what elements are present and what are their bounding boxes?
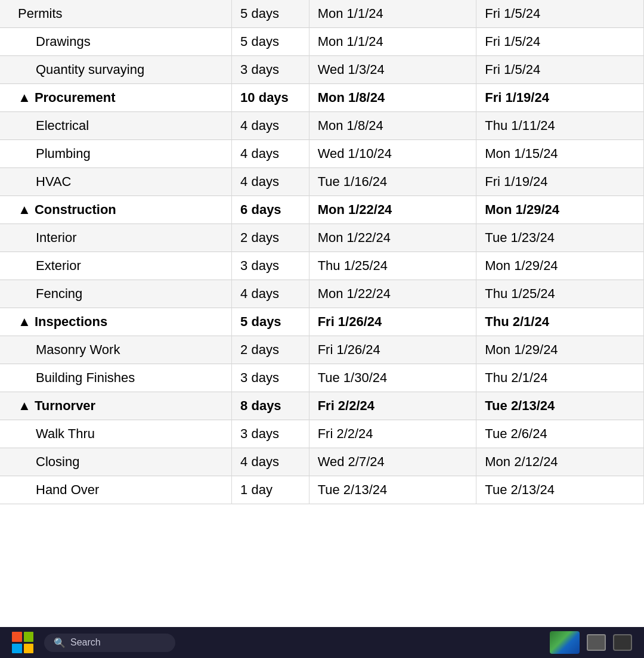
task-finish: Fri 1/5/24 <box>476 28 644 56</box>
task-finish: Tue 2/13/24 <box>476 476 644 504</box>
task-start: Thu 1/25/24 <box>309 252 476 280</box>
task-name: Building Finishes <box>0 364 232 392</box>
task-name: Hand Over <box>0 476 232 504</box>
task-duration: 5 days <box>232 308 309 336</box>
table-row: Walk Thru3 daysFri 2/2/24Tue 2/6/24 <box>0 420 644 448</box>
table-row: Hand Over1 dayTue 2/13/24Tue 2/13/24 <box>0 476 644 504</box>
task-start: Fri 1/26/24 <box>309 336 476 364</box>
search-bar[interactable]: 🔍 Search <box>44 634 175 652</box>
task-start: Fri 2/2/24 <box>309 392 476 420</box>
task-finish: Thu 2/1/24 <box>476 364 644 392</box>
table-row: ▲ Construction6 daysMon 1/22/24Mon 1/29/… <box>0 196 644 224</box>
task-finish: Fri 1/5/24 <box>476 0 644 28</box>
search-icon: 🔍 <box>54 637 66 648</box>
task-finish: Thu 1/11/24 <box>476 112 644 140</box>
task-start: Wed 2/7/24 <box>309 448 476 476</box>
nature-wallpaper-icon[interactable] <box>550 631 580 654</box>
task-finish: Fri 1/19/24 <box>476 84 644 112</box>
task-name: HVAC <box>0 168 232 196</box>
task-duration: 1 day <box>232 476 309 504</box>
task-duration: 3 days <box>232 364 309 392</box>
task-name: Interior <box>0 224 232 252</box>
task-name: ▲ Procurement <box>0 84 232 112</box>
taskbar-right-area <box>550 631 632 654</box>
task-duration: 3 days <box>232 56 309 84</box>
table-row: Building Finishes3 daysTue 1/30/24Thu 2/… <box>0 364 644 392</box>
table-row: Exterior3 daysThu 1/25/24Mon 1/29/24 <box>0 252 644 280</box>
task-start: Mon 1/8/24 <box>309 112 476 140</box>
task-start: Mon 1/22/24 <box>309 280 476 308</box>
task-duration: 4 days <box>232 280 309 308</box>
table-row: Interior2 daysMon 1/22/24Tue 1/23/24 <box>0 224 644 252</box>
task-name: Plumbing <box>0 140 232 168</box>
task-finish: Fri 1/5/24 <box>476 56 644 84</box>
task-start: Tue 1/30/24 <box>309 364 476 392</box>
task-start: Wed 1/3/24 <box>309 56 476 84</box>
task-duration: 4 days <box>232 112 309 140</box>
task-duration: 3 days <box>232 420 309 448</box>
task-start: Mon 1/1/24 <box>309 0 476 28</box>
task-duration: 8 days <box>232 392 309 420</box>
camera-icon[interactable] <box>613 634 632 651</box>
task-duration: 10 days <box>232 84 309 112</box>
task-name: ▲ Inspections <box>0 308 232 336</box>
table-row: HVAC4 daysTue 1/16/24Fri 1/19/24 <box>0 168 644 196</box>
task-start: Tue 1/16/24 <box>309 168 476 196</box>
task-duration: 5 days <box>232 0 309 28</box>
schedule-table-container: Permits5 daysMon 1/1/24Fri 1/5/24Drawing… <box>0 0 644 627</box>
task-finish: Mon 1/29/24 <box>476 252 644 280</box>
task-finish: Tue 1/23/24 <box>476 224 644 252</box>
table-row: ▲ Inspections5 daysFri 1/26/24Thu 2/1/24 <box>0 308 644 336</box>
task-duration: 5 days <box>232 28 309 56</box>
table-row: Permits5 daysMon 1/1/24Fri 1/5/24 <box>0 0 644 28</box>
task-name: ▲ Turnorver <box>0 392 232 420</box>
task-finish: Thu 1/25/24 <box>476 280 644 308</box>
task-name: Walk Thru <box>0 420 232 448</box>
table-row: Fencing4 daysMon 1/22/24Thu 1/25/24 <box>0 280 644 308</box>
task-finish: Mon 2/12/24 <box>476 448 644 476</box>
table-row: Closing4 daysWed 2/7/24Mon 2/12/24 <box>0 448 644 476</box>
task-start: Mon 1/22/24 <box>309 224 476 252</box>
task-duration: 4 days <box>232 140 309 168</box>
task-finish: Tue 2/13/24 <box>476 392 644 420</box>
task-name: Permits <box>0 0 232 28</box>
task-name: Fencing <box>0 280 232 308</box>
search-label: Search <box>70 637 101 648</box>
task-finish: Mon 1/29/24 <box>476 336 644 364</box>
task-duration: 4 days <box>232 168 309 196</box>
table-row: Quantity survaying3 daysWed 1/3/24Fri 1/… <box>0 56 644 84</box>
task-name: Quantity survaying <box>0 56 232 84</box>
task-name: Closing <box>0 448 232 476</box>
task-start: Fri 1/26/24 <box>309 308 476 336</box>
task-finish: Mon 1/29/24 <box>476 196 644 224</box>
desktop-icon[interactable] <box>587 634 606 651</box>
task-name: Electrical <box>0 112 232 140</box>
task-duration: 3 days <box>232 252 309 280</box>
task-finish: Thu 2/1/24 <box>476 308 644 336</box>
task-duration: 2 days <box>232 224 309 252</box>
task-name: Drawings <box>0 28 232 56</box>
table-row: ▲ Turnorver8 daysFri 2/2/24Tue 2/13/24 <box>0 392 644 420</box>
task-start: Mon 1/8/24 <box>309 84 476 112</box>
table-row: Masonry Work2 daysFri 1/26/24Mon 1/29/24 <box>0 336 644 364</box>
task-duration: 4 days <box>232 448 309 476</box>
task-duration: 2 days <box>232 336 309 364</box>
project-schedule-table: Permits5 daysMon 1/1/24Fri 1/5/24Drawing… <box>0 0 644 504</box>
task-finish: Tue 2/6/24 <box>476 420 644 448</box>
task-name: ▲ Construction <box>0 196 232 224</box>
table-row: ▲ Procurement10 daysMon 1/8/24Fri 1/19/2… <box>0 84 644 112</box>
task-start: Wed 1/10/24 <box>309 140 476 168</box>
task-finish: Fri 1/19/24 <box>476 168 644 196</box>
task-start: Mon 1/1/24 <box>309 28 476 56</box>
task-duration: 6 days <box>232 196 309 224</box>
table-row: Plumbing4 daysWed 1/10/24Mon 1/15/24 <box>0 140 644 168</box>
taskbar: 🔍 Search <box>0 627 644 658</box>
task-finish: Mon 1/15/24 <box>476 140 644 168</box>
task-start: Mon 1/22/24 <box>309 196 476 224</box>
windows-logo-icon[interactable] <box>12 632 33 653</box>
task-name: Exterior <box>0 252 232 280</box>
task-name: Masonry Work <box>0 336 232 364</box>
table-row: Electrical4 daysMon 1/8/24Thu 1/11/24 <box>0 112 644 140</box>
table-row: Drawings5 daysMon 1/1/24Fri 1/5/24 <box>0 28 644 56</box>
task-start: Fri 2/2/24 <box>309 420 476 448</box>
